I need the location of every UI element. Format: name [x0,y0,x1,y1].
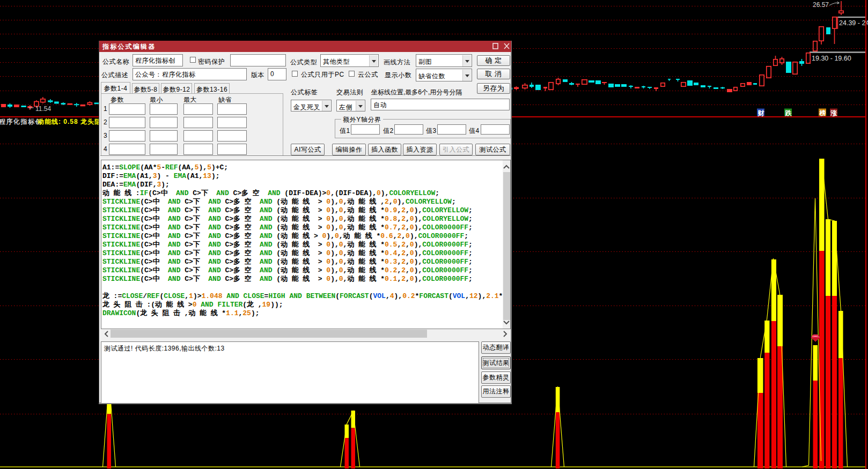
svg-text:24.39 - 24: 24.39 - 24 [839,19,868,27]
svg-text:财: 财 [757,109,764,117]
svg-text:榜: 榜 [819,109,826,117]
svg-text:19.30 - 19.60: 19.30 - 19.60 [812,55,851,62]
svg-text:动能线: 0.58 龙头阻击: 动能线: 0.58 龙头阻击 [38,118,108,125]
svg-text:涨: 涨 [830,109,838,117]
svg-text:11.54: 11.54 [35,105,51,113]
svg-text:26.57: 26.57 [813,1,829,9]
svg-text:跌: 跌 [785,109,792,117]
svg-text:程序化指标创: 程序化指标创 [0,118,42,125]
